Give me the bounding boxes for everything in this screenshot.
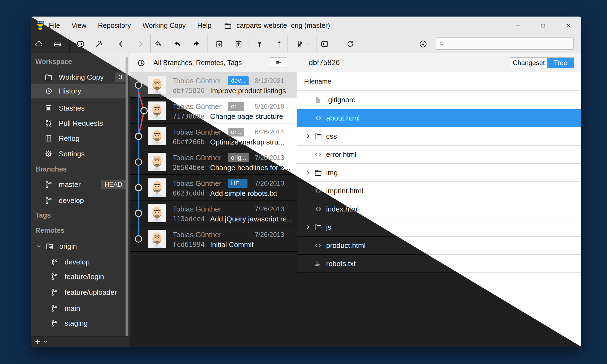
filename-column-header[interactable]: Filename <box>297 72 581 91</box>
menu-file[interactable]: File <box>49 22 60 30</box>
code-file-icon <box>314 114 322 122</box>
push-button[interactable] <box>190 38 202 49</box>
sidebar-branch-develop[interactable]: develop <box>31 193 126 208</box>
file-row-css[interactable]: css <box>297 127 581 146</box>
history-clock-icon <box>44 87 53 95</box>
menu-working-copy[interactable]: Working Copy <box>143 22 186 30</box>
quick-actions-button[interactable] <box>92 38 105 49</box>
maximize-button[interactable] <box>531 17 556 34</box>
remotes-header: Remotes <box>35 225 65 236</box>
terminal-button[interactable] <box>318 38 331 49</box>
commit-author: Tobias Günther <box>173 179 221 188</box>
commit-message: Improve product listings <box>210 87 286 95</box>
search-input[interactable] <box>448 39 571 48</box>
branch-label: main <box>65 304 80 313</box>
branch-label: develop <box>65 258 90 266</box>
rebase-button[interactable] <box>273 38 285 49</box>
history-clock-icon <box>136 58 146 68</box>
commit-date: 7/26/2013 <box>255 205 284 213</box>
menu-view[interactable]: View <box>71 22 86 30</box>
tags-header: Tags <box>35 210 51 221</box>
file-row-imprint-html[interactable]: imprint.html <box>297 182 581 200</box>
merge-button[interactable] <box>254 38 266 49</box>
branch-label: feature/uploader <box>65 288 117 297</box>
sidebar-item-label: Reflog <box>59 134 79 143</box>
text-file-icon <box>314 259 322 268</box>
menu-repository[interactable]: Repository <box>98 22 131 30</box>
commit-row[interactable]: Tobias GüntherHE...7/26/2013 0023cdddAdd… <box>130 175 297 200</box>
forward-button[interactable] <box>134 38 146 49</box>
sidebar-item-settings[interactable]: Settings <box>31 146 126 161</box>
download-indicator-button[interactable] <box>417 38 429 49</box>
chevron-down-icon[interactable] <box>36 243 42 249</box>
git-branch-icon <box>44 196 53 205</box>
expand-chevron-icon[interactable] <box>305 170 311 176</box>
commit-hash: 0023cddd <box>173 189 205 197</box>
sidebar-remote-branch-develop[interactable]: develop <box>31 255 126 269</box>
toolbar-divider <box>150 34 151 53</box>
toolbar-divider <box>249 34 249 53</box>
commit-row[interactable]: Tobias Günther7/26/2013 113adcc4Add jQue… <box>130 200 297 226</box>
sidebar-item-history[interactable]: History <box>31 84 126 98</box>
file-name: error.html <box>326 150 356 159</box>
tree-tab[interactable]: Tree <box>547 58 574 68</box>
file-name: robots.txt <box>326 259 356 268</box>
sidebar-item-label: Working Copy <box>59 73 104 82</box>
chevron-down-icon[interactable] <box>43 339 48 344</box>
toolbar-divider <box>316 34 316 53</box>
history-filter-header: All Branches, Remotes, Tags <box>130 53 297 73</box>
sidebar-item-label: History <box>59 87 81 95</box>
merge-arrow-icon <box>255 40 264 48</box>
file-name: product.html <box>326 241 366 250</box>
file-row-gitignore[interactable]: .gitignore <box>297 91 581 109</box>
file-row-about-html[interactable]: about.html <box>297 109 581 127</box>
sidebar-remote-branch-main[interactable]: main <box>31 301 126 316</box>
file-row-img[interactable]: img <box>297 164 581 182</box>
desktop-background: File View Repository Working Copy Help c… <box>0 0 607 364</box>
commit-hash: 2b504bee <box>173 164 205 172</box>
sidebar-scrollbar-thumb[interactable] <box>126 57 128 347</box>
git-branch-icon <box>44 180 53 189</box>
sidebar-item-working-copy[interactable]: Working Copy 3 <box>31 70 126 85</box>
add-repository-button[interactable]: + <box>35 337 40 346</box>
file-row-error-html[interactable]: error.html <box>297 146 581 164</box>
menu-help[interactable]: Help <box>197 22 211 30</box>
sidebar-item-stashes[interactable]: Stashes <box>31 101 126 116</box>
changeset-tab[interactable]: Changeset <box>510 58 547 68</box>
refresh-button[interactable] <box>344 38 356 49</box>
folder-icon <box>314 132 322 140</box>
folder-icon <box>314 168 322 177</box>
expand-chevron-icon[interactable] <box>305 133 311 139</box>
pull-button[interactable] <box>171 38 183 49</box>
pull-request-icon <box>44 119 53 127</box>
expand-chevron-icon[interactable] <box>305 224 311 230</box>
commit-row[interactable]: Tobias Günther7/26/2013 fcd61994Initial … <box>130 226 297 252</box>
sidebar-item-reflog[interactable]: Reflog <box>31 131 126 146</box>
toolbar-divider <box>207 34 207 53</box>
minimize-button[interactable] <box>505 17 531 34</box>
branch-label: develop <box>59 196 84 205</box>
commit-author: Tobias Günther <box>173 205 221 213</box>
compare-button[interactable] <box>294 38 306 49</box>
git-branch-icon <box>50 272 58 281</box>
sidebar-item-pull-requests[interactable]: Pull Requests <box>31 116 126 131</box>
undo-button[interactable] <box>152 38 164 49</box>
stash-save-button[interactable] <box>213 38 225 49</box>
sidebar-remote-branch-feature-login[interactable]: feature/login <box>31 269 126 284</box>
stash-apply-button[interactable] <box>232 38 244 49</box>
branch-badge: orig... <box>228 153 249 162</box>
close-button[interactable] <box>556 17 581 34</box>
sidebar-remote-branch-staging[interactable]: staging <box>31 316 126 331</box>
commit-author: Tobias Günther <box>173 77 221 85</box>
sidebar-remote-origin[interactable]: origin <box>31 239 126 254</box>
commit-message: Initial Commit <box>210 240 254 249</box>
back-button[interactable] <box>115 38 127 49</box>
sidebar-remote-branch-feature-uploader[interactable]: feature/uploader <box>31 285 126 300</box>
file-name: imprint.html <box>326 187 363 195</box>
sidebar-branch-master[interactable]: master HEAD <box>31 177 126 192</box>
fetch-button[interactable] <box>33 38 45 49</box>
close-icon <box>566 23 572 29</box>
commit-date: 7/26/2013 <box>255 180 284 187</box>
local-repo-button[interactable] <box>51 38 63 49</box>
history-options-button[interactable] <box>270 57 287 68</box>
